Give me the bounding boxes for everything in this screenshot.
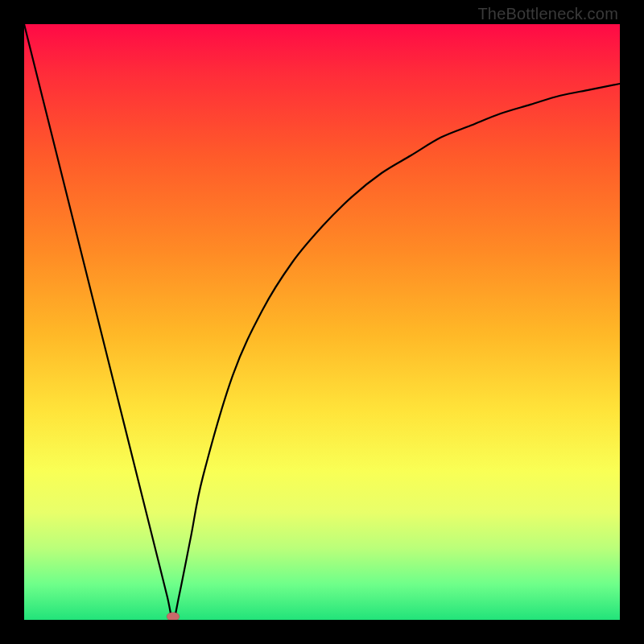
curve-svg	[24, 24, 620, 620]
chart-frame: TheBottleneck.com	[0, 0, 644, 644]
watermark-text: TheBottleneck.com	[477, 5, 618, 23]
bottleneck-curve	[24, 24, 620, 620]
plot-area	[24, 24, 620, 620]
minimum-marker	[167, 613, 180, 621]
